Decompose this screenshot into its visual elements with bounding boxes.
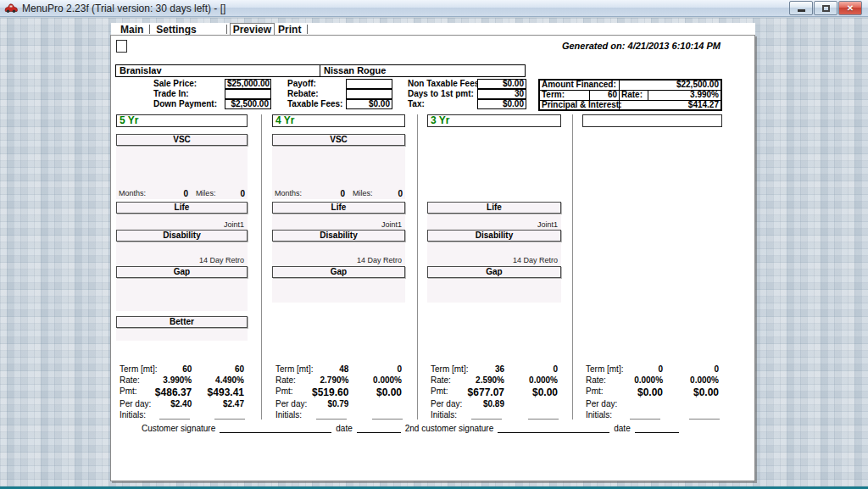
tab-settings[interactable]: Settings xyxy=(153,24,199,36)
miles-value: 0 xyxy=(119,189,245,198)
initials-row-label: Initials: xyxy=(586,410,612,420)
deal-group-fees: Non Taxable Fees:$0.00 Days to 1st pmt:3… xyxy=(408,79,526,109)
perday-value-b: $2.47 xyxy=(120,399,244,408)
maximize-button[interactable] xyxy=(814,1,837,15)
perday-value-a: $0.89 xyxy=(431,399,504,408)
disability-panel: 14 Day Retro xyxy=(427,242,561,266)
vsc-section-header: VSC xyxy=(116,134,248,146)
rate-label: Rate: xyxy=(619,91,648,100)
joint-tag: Joint1 xyxy=(537,220,558,229)
vehicle-box: Nissan Rogue xyxy=(320,64,526,77)
tab-separator xyxy=(226,25,227,34)
maximize-icon xyxy=(822,5,830,12)
pmt-value-b: $0.00 xyxy=(586,386,719,398)
window-title: MenuPro 2.23f (Trial version: 30 days le… xyxy=(22,3,785,14)
rate-value-b: 0.000% xyxy=(586,375,719,385)
minimize-icon xyxy=(798,9,805,12)
term-value-b: 60 xyxy=(120,364,244,374)
amount-financed-value: $22,500.00 xyxy=(619,81,721,90)
rate-value-b: 4.490% xyxy=(120,375,244,385)
vsc-panel: Months: 0 Miles: 0 xyxy=(272,147,405,199)
tab-separator xyxy=(307,25,308,34)
initials-line xyxy=(528,418,559,420)
miles-value: 0 xyxy=(275,189,403,198)
initials-row-label: Initials: xyxy=(275,410,302,420)
pmt-value-b: $493.41 xyxy=(120,386,244,398)
days-to-1st-pmt-label: Days to 1st pmt: xyxy=(408,89,477,99)
joint-tag: Joint1 xyxy=(381,220,402,229)
disability-section-header: Disability xyxy=(272,230,405,242)
column-header: 3 Yr xyxy=(427,114,561,127)
trade-in-value xyxy=(225,89,271,99)
tax-value: $0.00 xyxy=(477,99,526,109)
initials-row-label: Initials: xyxy=(120,410,146,420)
initials-line xyxy=(689,418,720,420)
rebate-label: Rebate: xyxy=(287,89,346,99)
amount-financed-label: Amount Financed: xyxy=(540,81,619,90)
tax-label: Tax: xyxy=(408,99,477,109)
minimize-button[interactable] xyxy=(789,1,813,15)
better-panel xyxy=(116,329,248,341)
gap-panel xyxy=(116,279,248,311)
date-line xyxy=(635,425,679,433)
gap-panel xyxy=(272,279,405,303)
payment-column-5yr: 5 Yr VSC Months: 0 Miles: 0 Life Joint1 … xyxy=(116,114,248,430)
initials-line xyxy=(471,418,502,420)
pmt-value-b: $0.00 xyxy=(431,386,558,398)
signature-row: Customer signature date 2nd customer sig… xyxy=(142,424,737,433)
deal-group-payoff: Payoff: Rebate: Taxable Fees:$0.00 xyxy=(287,79,392,109)
term-value-b: 0 xyxy=(586,364,719,374)
close-icon: ✕ xyxy=(847,4,854,13)
second-signature-label: 2nd customer signature xyxy=(405,424,494,433)
term-value-b: 0 xyxy=(431,364,558,374)
payoff-label: Payoff: xyxy=(287,79,346,89)
perday-value-a: $0.79 xyxy=(275,399,348,408)
life-section-header: Life xyxy=(427,202,561,214)
generated-on-text: Generated on: 4/21/2013 6:10:14 PM xyxy=(562,41,721,51)
down-payment-value: $2,500.00 xyxy=(225,99,271,109)
vsc-panel: Months: 0 Miles: 0 xyxy=(116,147,248,199)
disability-panel: 14 Day Retro xyxy=(272,242,405,266)
initials-line xyxy=(630,418,660,420)
rebate-value xyxy=(346,89,392,99)
rate-value-b: 0.000% xyxy=(431,375,558,385)
life-panel: Joint1 xyxy=(116,214,248,230)
signature-line xyxy=(498,425,609,433)
date-label: date xyxy=(614,424,630,433)
life-section-header: Life xyxy=(116,202,248,214)
menupro-car-icon xyxy=(4,3,18,14)
customer-name-box: Branislav xyxy=(115,64,320,77)
page-checkbox[interactable] xyxy=(116,40,127,53)
tab-main[interactable]: Main xyxy=(117,24,147,36)
trade-in-label: Trade In: xyxy=(153,89,225,99)
rate-value: 3.990% xyxy=(648,91,721,100)
close-button[interactable]: ✕ xyxy=(838,1,862,15)
disability-panel: 14 Day Retro xyxy=(116,242,248,266)
client-area: Main Settings Preview Print Generated on… xyxy=(0,18,868,486)
retro-tag: 14 Day Retro xyxy=(199,256,244,264)
disability-section-header: Disability xyxy=(116,230,248,242)
column-header: 5 Yr xyxy=(116,114,248,127)
column-header xyxy=(582,114,722,127)
sale-price-label: Sale Price: xyxy=(153,79,225,89)
disability-section-header: Disability xyxy=(427,230,561,242)
pmt-value-b: $0.00 xyxy=(275,386,402,398)
tab-print[interactable]: Print xyxy=(275,24,304,36)
initials-row-label: Initials: xyxy=(431,410,457,420)
title-bar: MenuPro 2.23f (Trial version: 30 days le… xyxy=(0,0,868,17)
initials-line xyxy=(214,418,245,420)
payment-column-3yr: 3 Yr Life Joint1 Disability 14 Day Retro… xyxy=(427,114,561,430)
retro-tag: 14 Day Retro xyxy=(357,256,402,264)
signature-line xyxy=(220,425,331,433)
tab-separator xyxy=(149,25,150,34)
column-divider xyxy=(572,114,573,420)
payment-column-blank: Term [mt]: 0 0 Rate: 0.000% 0.000% Pmt: … xyxy=(582,114,722,430)
down-payment-label: Down Payment: xyxy=(153,99,225,109)
non-taxable-fees-value: $0.00 xyxy=(477,79,526,89)
gap-section-header: Gap xyxy=(116,266,248,278)
sale-price-value: $25,000.00 xyxy=(225,79,271,89)
better-section-header: Better xyxy=(116,316,248,328)
term-label: Term: xyxy=(540,91,589,100)
tab-bar: Main Settings Preview Print xyxy=(111,23,755,36)
column-header: 4 Yr xyxy=(272,114,405,127)
